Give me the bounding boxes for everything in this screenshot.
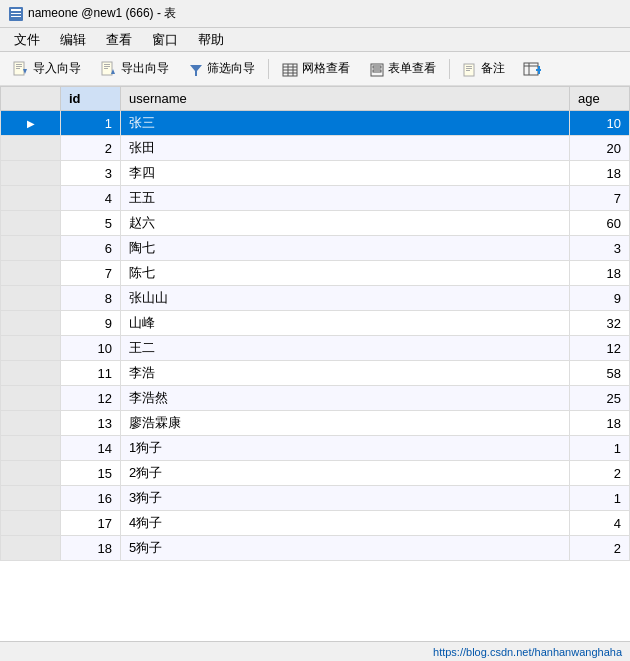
table-row[interactable]: 141狗子1: [1, 436, 630, 461]
age-cell: 58: [570, 361, 630, 386]
menu-bar: 文件 编辑 查看 窗口 帮助: [0, 28, 630, 52]
row-indicator: [1, 361, 61, 386]
data-table: id username age ▶1张三102张田203李四184王五75赵六6…: [0, 86, 630, 561]
row-indicator: [1, 136, 61, 161]
import-wizard-btn[interactable]: 导入向导: [4, 56, 90, 81]
notes-btn[interactable]: 备注: [454, 56, 514, 81]
menu-item-view[interactable]: 查看: [96, 29, 142, 51]
export-wizard-btn[interactable]: 导出向导: [92, 56, 178, 81]
form-icon: [370, 60, 384, 76]
app-icon: [8, 6, 24, 22]
status-url: https://blog.csdn.net/hanhanwanghaha: [433, 646, 622, 658]
table-row[interactable]: 5赵六60: [1, 211, 630, 236]
id-cell: 11: [61, 361, 121, 386]
table-row[interactable]: 152狗子2: [1, 461, 630, 486]
toolbar-separator-1: [268, 59, 269, 79]
username-cell: 陈七: [121, 261, 570, 286]
username-cell: 李四: [121, 161, 570, 186]
menu-item-help[interactable]: 帮助: [188, 29, 234, 51]
grid-view-btn[interactable]: 网格查看: [273, 56, 359, 81]
filter-wizard-label: 筛选向导: [207, 60, 255, 77]
toolbar-separator-2: [449, 59, 450, 79]
age-cell: 60: [570, 211, 630, 236]
form-view-label: 表单查看: [388, 60, 436, 77]
notes-icon: [463, 60, 477, 76]
table-row[interactable]: 2张田20: [1, 136, 630, 161]
menu-item-edit[interactable]: 编辑: [50, 29, 96, 51]
age-cell: 32: [570, 311, 630, 336]
age-cell: 4: [570, 511, 630, 536]
table-row[interactable]: 8张山山9: [1, 286, 630, 311]
table-row[interactable]: 163狗子1: [1, 486, 630, 511]
svg-rect-27: [466, 70, 470, 71]
export-wizard-label: 导出向导: [121, 60, 169, 77]
id-cell: 15: [61, 461, 121, 486]
table-row[interactable]: 10王二12: [1, 336, 630, 361]
svg-rect-2: [11, 13, 21, 14]
id-cell: 14: [61, 436, 121, 461]
row-indicator: [1, 411, 61, 436]
grid-view-label: 网格查看: [302, 60, 350, 77]
username-cell: 张山山: [121, 286, 570, 311]
age-col-header[interactable]: age: [570, 87, 630, 111]
add-col-icon: [523, 60, 541, 78]
username-cell: 王二: [121, 336, 570, 361]
row-indicator: [1, 311, 61, 336]
filter-wizard-btn[interactable]: 筛选向导: [180, 56, 264, 81]
row-indicator: [1, 486, 61, 511]
filter-icon: [189, 60, 203, 76]
row-indicator: [1, 461, 61, 486]
svg-rect-12: [104, 68, 108, 69]
age-cell: 1: [570, 436, 630, 461]
export-icon: [101, 60, 117, 77]
table-row[interactable]: 9山峰32: [1, 311, 630, 336]
row-indicator: [1, 511, 61, 536]
table-container[interactable]: id username age ▶1张三102张田203李四184王五75赵六6…: [0, 86, 630, 641]
id-cell: 10: [61, 336, 121, 361]
grid-icon: [282, 60, 298, 76]
id-cell: 7: [61, 261, 121, 286]
svg-rect-3: [11, 16, 21, 17]
table-row[interactable]: 185狗子2: [1, 536, 630, 561]
row-indicator: ▶: [1, 111, 61, 136]
row-indicator: [1, 161, 61, 186]
id-cell: 13: [61, 411, 121, 436]
form-view-btn[interactable]: 表单查看: [361, 56, 445, 81]
table-row[interactable]: ▶1张三10: [1, 111, 630, 136]
username-cell: 廖浩霖康: [121, 411, 570, 436]
username-cell: 王五: [121, 186, 570, 211]
table-row[interactable]: 12李浩然25: [1, 386, 630, 411]
table-row[interactable]: 6陶七3: [1, 236, 630, 261]
age-cell: 7: [570, 186, 630, 211]
table-row[interactable]: 11李浩58: [1, 361, 630, 386]
svg-rect-25: [466, 66, 472, 67]
id-cell: 2: [61, 136, 121, 161]
age-cell: 3: [570, 236, 630, 261]
table-row[interactable]: 174狗子4: [1, 511, 630, 536]
table-row[interactable]: 4王五7: [1, 186, 630, 211]
username-cell: 陶七: [121, 236, 570, 261]
username-cell: 李浩: [121, 361, 570, 386]
table-row[interactable]: 7陈七18: [1, 261, 630, 286]
table-row[interactable]: 3李四18: [1, 161, 630, 186]
age-cell: 25: [570, 386, 630, 411]
row-indicator: [1, 186, 61, 211]
username-cell: 1狗子: [121, 436, 570, 461]
age-cell: 18: [570, 261, 630, 286]
svg-rect-7: [16, 68, 20, 69]
menu-item-file[interactable]: 文件: [4, 29, 50, 51]
username-cell: 赵六: [121, 211, 570, 236]
menu-item-window[interactable]: 窗口: [142, 29, 188, 51]
add-col-btn[interactable]: [516, 57, 548, 81]
id-cell: 5: [61, 211, 121, 236]
svg-rect-6: [16, 66, 22, 67]
table-row[interactable]: 13廖浩霖康18: [1, 411, 630, 436]
id-cell: 9: [61, 311, 121, 336]
indicator-col-header: [1, 87, 61, 111]
username-cell: 山峰: [121, 311, 570, 336]
svg-marker-14: [190, 65, 202, 76]
id-col-header[interactable]: id: [61, 87, 121, 111]
username-col-header[interactable]: username: [121, 87, 570, 111]
username-cell: 2狗子: [121, 461, 570, 486]
id-cell: 8: [61, 286, 121, 311]
